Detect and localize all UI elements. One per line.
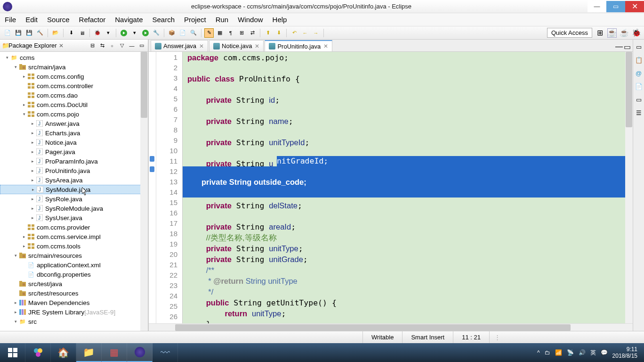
- maximize-view-button[interactable]: ▭: [137, 41, 146, 50]
- tree-node-src[interactable]: ▾📁src: [0, 317, 148, 326]
- quick-access[interactable]: Quick Access: [547, 28, 592, 38]
- tray-up-icon[interactable]: ^: [537, 349, 540, 356]
- tree-node-com-ccms-provider[interactable]: com.ccms.provider: [0, 222, 148, 232]
- tray-notification-icon[interactable]: 💬: [601, 349, 608, 356]
- editor-maximize-button[interactable]: ▭: [624, 42, 631, 51]
- tree-node-notice-java[interactable]: ▸JNotice.java: [0, 138, 148, 147]
- tree-node-sysuser-java[interactable]: ▸JSysUser.java: [0, 213, 148, 222]
- new-package-button[interactable]: 📦: [167, 28, 177, 38]
- tray-ime[interactable]: 英: [590, 349, 596, 357]
- back-button[interactable]: ←: [300, 28, 310, 38]
- open-perspective-button[interactable]: ⊞: [595, 28, 604, 38]
- taskbar-eclipse[interactable]: [127, 343, 153, 362]
- outline-icon[interactable]: ☰: [635, 108, 643, 117]
- external-tools-button[interactable]: 🔧: [152, 28, 161, 38]
- code-editor[interactable]: 1 2 3 4 5 6 7 8 9 10 11 12 13 14 15 16 1…: [149, 52, 633, 323]
- last-edit-button[interactable]: ↶: [290, 28, 299, 38]
- tree-node-com-ccms-config[interactable]: ▸com.ccms.config: [0, 72, 148, 81]
- run-button[interactable]: [119, 28, 129, 38]
- tree-node-sysrole-java[interactable]: ▸JSysRole.java: [0, 194, 148, 204]
- editor-horizontal-scrollbar[interactable]: [149, 323, 633, 331]
- show-whitespace-button[interactable]: ¶: [226, 28, 235, 38]
- toggle-wrap-button[interactable]: ⊞: [237, 28, 246, 38]
- new-server-button[interactable]: 🖥: [77, 28, 87, 38]
- open-type-button[interactable]: 📂: [51, 28, 60, 38]
- tree-node-com-ccms-pojo[interactable]: ▾com.ccms.pojo: [0, 109, 148, 119]
- tree-node-src-main-resources[interactable]: ▾src/main/resources: [0, 251, 148, 260]
- tree-node-maven-dependencies[interactable]: ▸Maven Dependencies: [0, 298, 148, 307]
- java-ee-perspective-button[interactable]: ☕: [607, 28, 617, 38]
- debug-button[interactable]: 🐞: [93, 28, 102, 38]
- tray-clock[interactable]: 9:11 2018/8/15: [612, 346, 640, 359]
- annotation-prev-button[interactable]: ⬆: [263, 28, 273, 38]
- compare-button[interactable]: ⇄: [248, 28, 257, 38]
- annotation-next-button[interactable]: ⬇: [274, 28, 283, 38]
- tree-scrollbar[interactable]: [140, 52, 148, 331]
- menu-help[interactable]: Help: [268, 16, 292, 24]
- tray-wifi-icon[interactable]: 📡: [567, 349, 574, 356]
- start-button[interactable]: [0, 343, 25, 362]
- menu-search[interactable]: Search: [147, 16, 179, 24]
- collapse-all-button[interactable]: ⊟: [88, 41, 97, 50]
- coverage-button[interactable]: ▾: [104, 28, 113, 38]
- taskbar-powerpoint[interactable]: ▦: [102, 343, 127, 362]
- code-text[interactable]: nitGradeId; private String outside_code;…: [183, 52, 625, 323]
- editor-minimize-button[interactable]: —: [615, 42, 623, 51]
- editor-vertical-scrollbar[interactable]: [625, 52, 633, 323]
- palette-icon[interactable]: ▭: [635, 95, 643, 104]
- maximize-button[interactable]: ▭: [606, 1, 625, 12]
- tree-node-com-ccms-tools[interactable]: ▸com.ccms.tools: [0, 241, 148, 251]
- tree-node-echarts-java[interactable]: ▸JEcharts.java: [0, 128, 148, 138]
- tree-node-src-main-java[interactable]: ▾src/main/java: [0, 62, 148, 72]
- toggle-block-button[interactable]: ▦: [215, 28, 225, 38]
- package-explorer-tree[interactable]: ▾📁ccms▾src/main/java▸com.ccms.configcom.…: [0, 52, 148, 331]
- tree-node-jre-system-library[interactable]: ▸JRE System Library [JavaSE-9]: [0, 307, 148, 317]
- new-class-button[interactable]: 📄: [178, 28, 187, 38]
- tree-node-prounitinfo-java[interactable]: ▸JProUnitinfo.java: [0, 166, 148, 175]
- editor-tab-answer-java[interactable]: Answer.java✕: [151, 40, 208, 51]
- tree-node-applicationcontext-xml[interactable]: 📄applicationContext.xml: [0, 260, 148, 270]
- view-menu-button[interactable]: ▽: [118, 41, 126, 50]
- tree-node-src-test-java[interactable]: src/test/java: [0, 279, 148, 288]
- skip-breakpoints-button[interactable]: ⬇: [66, 28, 76, 38]
- search-button[interactable]: 🔍: [189, 28, 198, 38]
- taskbar-app-1[interactable]: [25, 343, 51, 362]
- menu-file[interactable]: File: [0, 16, 21, 24]
- tree-node-sysarea-java[interactable]: ▸JSysArea.java: [0, 175, 148, 185]
- tree-node-dbconfig-properties[interactable]: 📄dbconfig.properties: [0, 270, 148, 279]
- tree-node-com-ccms-docutil[interactable]: ▸com.ccms.DocUtil: [0, 100, 148, 109]
- editor-tab-prounitinfo-java[interactable]: ProUnitinfo.java✕: [265, 40, 332, 51]
- taskbar-file-explorer[interactable]: 📁: [76, 343, 102, 362]
- link-editor-button[interactable]: ⇆: [98, 41, 106, 50]
- menu-refactor[interactable]: Refactor: [74, 16, 111, 24]
- tree-node-com-ccms-dao[interactable]: com.ccms.dao: [0, 90, 148, 100]
- tray-battery-icon[interactable]: 🗀: [545, 349, 550, 356]
- task-list-icon[interactable]: 📋: [635, 56, 643, 64]
- marker-bar[interactable]: [149, 52, 156, 323]
- build-button[interactable]: 🔨: [35, 28, 45, 38]
- tree-node-proparaminfo-java[interactable]: ▸JProParamInfo.java: [0, 156, 148, 166]
- outline-view-icon[interactable]: ▭: [635, 42, 643, 51]
- focus-task-button[interactable]: ●: [108, 41, 116, 50]
- tree-node-ccms[interactable]: ▾📁ccms: [0, 53, 148, 62]
- close-view-icon[interactable]: ✕: [59, 42, 64, 49]
- tree-node-answer-java[interactable]: ▸JAnswer.java: [0, 119, 148, 128]
- tree-node-pager-java[interactable]: ▸JPager.java: [0, 147, 148, 156]
- java-perspective-button[interactable]: ☕: [620, 28, 629, 38]
- system-tray[interactable]: ^ 🗀 📶 📡 🔊 英 💬 9:11 2018/8/15: [537, 346, 644, 359]
- tree-node-src-test-resources[interactable]: src/test/resources: [0, 288, 148, 298]
- at-icon[interactable]: @: [635, 69, 643, 77]
- taskbar-app-6[interactable]: 〰: [153, 343, 178, 362]
- save-button[interactable]: 💾: [14, 28, 23, 38]
- toggle-mark-button[interactable]: ✎: [204, 28, 214, 38]
- build-icon[interactable]: 📄: [635, 82, 643, 90]
- minimize-button[interactable]: —: [588, 1, 606, 12]
- menu-run[interactable]: Run: [211, 16, 233, 24]
- tree-node-sysmodule-java[interactable]: ▸JSysModule.java: [0, 185, 148, 194]
- tree-node-com-ccms-service-impl[interactable]: ▸com.ccms.service.impl: [0, 232, 148, 241]
- menu-source[interactable]: Source: [42, 16, 74, 24]
- run-last-button[interactable]: [141, 28, 150, 38]
- run-config-button[interactable]: ▾: [130, 28, 139, 38]
- menu-window[interactable]: Window: [233, 16, 267, 24]
- menu-project[interactable]: Project: [179, 16, 211, 24]
